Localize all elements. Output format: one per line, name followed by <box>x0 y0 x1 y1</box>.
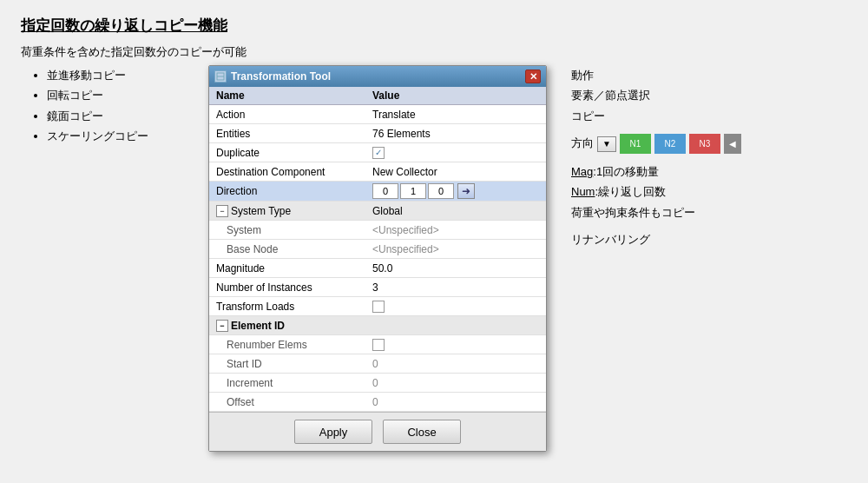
row-renumber-name: Renumber Elems <box>209 337 365 353</box>
row-magnitude-value: 50.0 <box>365 261 546 276</box>
row-duplicate-name: Duplicate <box>209 145 365 161</box>
row-transformloads-value[interactable] <box>365 299 546 314</box>
bar-end: ◀ <box>724 134 741 154</box>
bullet-1: 並進移動コピー <box>47 65 194 85</box>
row-entities-name: Entities <box>209 126 365 142</box>
direction-z-input[interactable] <box>428 183 454 199</box>
dialog-titlebar: Transformation Tool ✕ <box>209 66 546 87</box>
table-row: Number of Instances 3 <box>209 278 546 297</box>
direction-label: 方向 <box>571 133 594 155</box>
dialog-icon <box>214 70 227 83</box>
row-duplicate-value[interactable] <box>365 145 546 161</box>
table-row: Base Node <Unspecified> <box>209 240 546 259</box>
row-direction-value[interactable]: ➜ <box>365 182 546 201</box>
dialog-title-text: Transformation Tool <box>231 70 331 83</box>
duplicate-checkbox[interactable] <box>372 147 385 159</box>
table-row: Increment 0 <box>209 374 546 393</box>
row-offset-value: 0 <box>365 394 546 410</box>
dialog-title-left: Transformation Tool <box>214 70 331 83</box>
table-row: Transform Loads <box>209 297 546 316</box>
table-row: Start ID 0 <box>209 354 546 374</box>
row-increment-value: 0 <box>365 375 546 391</box>
dialog-body: Name Value Action Translate Entities 76 … <box>209 87 546 412</box>
row-numinstances-value: 3 <box>365 280 546 295</box>
row-magnitude-name: Magnitude <box>209 261 365 276</box>
mag-rest: :1回の移動量 <box>593 165 659 178</box>
row-startid-value: 0 <box>365 356 546 372</box>
table-row: −Element ID <box>209 316 546 335</box>
close-icon[interactable]: ✕ <box>525 69 541 83</box>
direction-bar: 方向 ▼ N1 N2 N3 ◀ <box>571 133 741 155</box>
row-startid-name: Start ID <box>209 356 365 372</box>
table-header: Name Value <box>209 87 546 105</box>
collapse-icon[interactable]: − <box>216 205 228 217</box>
annotation-line-2: 要素／節点選択 <box>571 85 741 105</box>
direction-input[interactable] <box>372 183 454 199</box>
transformation-tool-dialog: Transformation Tool ✕ Name Value Action … <box>208 65 547 452</box>
row-destination-name: Destination Component <box>209 164 365 180</box>
num-label: Num <box>571 185 595 198</box>
table-row: Duplicate <box>209 143 546 162</box>
annotation-line-1: 動作 <box>571 65 741 85</box>
left-panel: 並進移動コピー 回転コピー 鏡面コピー スケーリングコピー <box>21 65 194 155</box>
renumber-checkbox[interactable] <box>372 339 385 351</box>
row-increment-name: Increment <box>209 375 365 391</box>
table-row: −System Type Global <box>209 202 546 221</box>
bullet-list: 並進移動コピー 回転コピー 鏡面コピー スケーリングコピー <box>47 65 194 147</box>
row-basenode-name: Base Node <box>209 242 365 257</box>
table-row: Action Translate <box>209 105 546 124</box>
row-system-value: <Unspecified> <box>365 222 546 238</box>
annotation-line-6: Num:繰り返し回数 <box>571 182 741 202</box>
row-action-value: Translate <box>365 107 546 122</box>
row-systemtype-name: −System Type <box>209 203 365 219</box>
row-action-name: Action <box>209 107 365 122</box>
row-entities-value: 76 Elements <box>365 126 546 142</box>
table-row: Renumber Elems <box>209 335 546 354</box>
annotation-line-5: Mag:1回の移動量 <box>571 162 741 182</box>
annotation-line-8: リナンバリング <box>571 229 741 249</box>
bullet-4: スケーリングコピー <box>47 126 194 146</box>
bullet-3: 鏡面コピー <box>47 106 194 126</box>
annotation-line-3: コピー <box>571 106 741 126</box>
direction-dropdown[interactable]: ▼ <box>597 136 616 152</box>
page-title: 指定回数の繰り返しコピー機能 <box>21 16 847 36</box>
row-transformloads-name: Transform Loads <box>209 299 365 314</box>
table-row: Entities 76 Elements <box>209 124 546 143</box>
row-elementid-value <box>365 324 546 328</box>
row-system-name: System <box>209 222 365 238</box>
row-elementid-name: −Element ID <box>209 318 365 334</box>
bar-n2: N2 <box>654 134 686 154</box>
table-row: System <Unspecified> <box>209 221 546 240</box>
row-offset-name: Offset <box>209 394 365 410</box>
row-basenode-value: <Unspecified> <box>365 242 546 257</box>
direction-x-input[interactable] <box>372 183 398 199</box>
table-row[interactable]: Direction ➜ <box>209 182 546 202</box>
direction-y-input[interactable] <box>400 183 426 199</box>
bar-n3: N3 <box>689 134 720 154</box>
close-button[interactable]: Close <box>383 420 461 444</box>
row-systemtype-value: Global <box>365 203 546 219</box>
col-value-header: Value <box>365 89 546 102</box>
table-row: Destination Component New Collector <box>209 162 546 182</box>
dialog-footer: Apply Close <box>209 412 546 451</box>
collapse-icon-2[interactable]: − <box>216 320 228 332</box>
row-renumber-value[interactable] <box>365 337 546 353</box>
direction-arrow-button[interactable]: ➜ <box>457 183 475 199</box>
mag-label: Mag <box>571 165 593 178</box>
col-name-header: Name <box>209 89 365 102</box>
annotation-line-7: 荷重や拘束条件もコピー <box>571 202 741 222</box>
apply-button[interactable]: Apply <box>294 420 372 444</box>
right-panel: 動作 要素／節点選択 コピー 方向 ▼ N1 N2 N3 ◀ Mag:1回の移動… <box>561 65 741 249</box>
transform-loads-checkbox[interactable] <box>372 301 385 313</box>
table-row: Offset 0 <box>209 393 546 412</box>
bar-n1: N1 <box>620 134 651 154</box>
num-rest: :繰り返し回数 <box>595 185 666 198</box>
row-direction-name: Direction <box>209 183 365 199</box>
table-row: Magnitude 50.0 <box>209 259 546 278</box>
bullet-2: 回転コピー <box>47 85 194 105</box>
subtitle: 荷重条件を含めた指定回数分のコピーが可能 <box>21 44 847 60</box>
row-destination-value: New Collector <box>365 164 546 180</box>
row-numinstances-name: Number of Instances <box>209 280 365 295</box>
